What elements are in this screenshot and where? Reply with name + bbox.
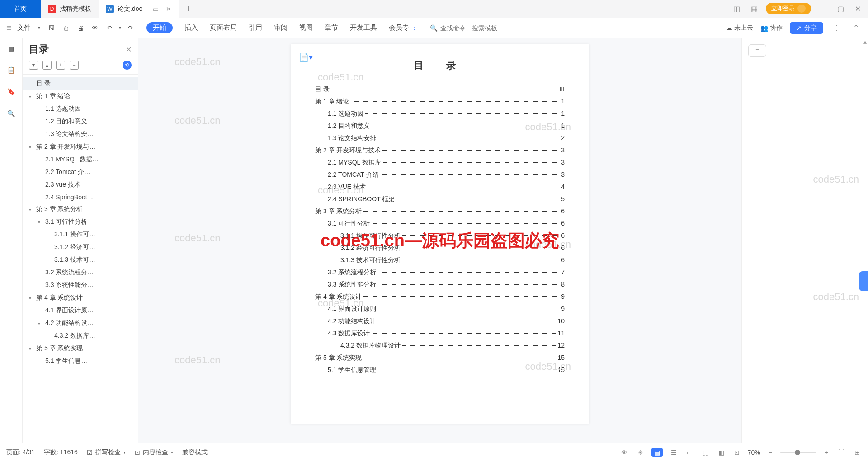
page-doc-icon[interactable]: 📄▾ — [299, 52, 313, 62]
toc-line[interactable]: 3.1.1 操作可行性分析6 — [315, 230, 565, 242]
file-menu[interactable]: 文件 — [17, 24, 31, 32]
nav-item[interactable]: 2.3 vue 技术 — [23, 179, 138, 191]
nav-item[interactable]: 4.3.2 数据库… — [23, 329, 138, 342]
status-zoom[interactable]: 70% — [748, 449, 760, 456]
ribbon-tab-5[interactable]: 视图 — [299, 24, 313, 32]
scrollbar[interactable]: ▴ — [862, 38, 868, 443]
ribbon-tab-6[interactable]: 章节 — [325, 24, 338, 32]
nav-item[interactable]: 3.1.2 经济可… — [23, 241, 138, 254]
ribbon-tab-7[interactable]: 开发工具 — [350, 24, 377, 32]
scroll-up-icon[interactable]: ▴ — [863, 38, 867, 45]
toc-line[interactable]: 1.3 论文结构安排2 — [315, 132, 565, 144]
toc-line[interactable]: 2.1 MYSQL 数据库3 — [315, 156, 565, 169]
collapse-all-icon[interactable]: ▴ — [42, 61, 52, 70]
redo-icon[interactable]: ↷ — [126, 23, 136, 33]
zoom-out-icon[interactable]: − — [767, 449, 774, 456]
zoom-fit-icon[interactable]: ⊡ — [732, 449, 741, 456]
nav-item[interactable]: ▾4.2 功能结构设… — [23, 317, 138, 329]
new-tab-button[interactable]: + — [179, 3, 197, 15]
ribbon-tab-1[interactable]: 插入 — [184, 24, 198, 32]
save-icon[interactable]: 🖫 — [47, 23, 57, 33]
maximize-icon[interactable]: ▢ — [835, 5, 847, 13]
preview-icon[interactable]: 👁 — [90, 23, 100, 33]
tab-document[interactable]: W 论文.doc ▭ ✕ — [99, 0, 179, 18]
view-page-icon[interactable]: ▤ — [651, 448, 663, 457]
close-tab-icon[interactable]: ✕ — [166, 5, 171, 13]
nav-item[interactable]: 2.2 Tomcat 介… — [23, 166, 138, 179]
apps-icon[interactable]: ▦ — [748, 5, 760, 13]
expand-all-icon[interactable]: ▾ — [29, 61, 38, 70]
share-button[interactable]: ↗分享 — [790, 22, 823, 34]
toc-line[interactable]: 第 5 章 系统实现15 — [315, 352, 565, 364]
zoom-slider[interactable] — [780, 452, 816, 453]
undo-icon[interactable]: ↶ — [104, 23, 114, 33]
toc-line[interactable]: 1.1 选题动因1 — [315, 108, 565, 120]
find-icon[interactable]: 🔍 — [6, 108, 16, 118]
spell-check-button[interactable]: ☑拼写检查▾ — [87, 448, 126, 456]
outline-icon[interactable]: ▤ — [6, 43, 16, 53]
panel-toggle-icon[interactable]: ≡ — [748, 44, 766, 57]
close-window-icon[interactable]: ✕ — [852, 5, 863, 13]
coop-button[interactable]: 👥协作 — [760, 24, 783, 32]
ribbon-tab-2[interactable]: 页面布局 — [210, 24, 237, 32]
ribbon-tab-4[interactable]: 审阅 — [274, 24, 288, 32]
toc-line[interactable]: 3.2 系统流程分析7 — [315, 266, 565, 278]
zoom-in-icon[interactable]: + — [823, 449, 830, 456]
toc-line[interactable]: 5.1 学生信息管理15 — [315, 364, 565, 376]
nav-item[interactable]: 1.3 论文结构安… — [23, 128, 138, 141]
toc-line[interactable]: 4.1 界面设计原则9 — [315, 303, 565, 315]
presentation-icon[interactable]: ▭ — [153, 5, 159, 13]
ribbon-tab-0[interactable]: 开始 — [146, 22, 173, 33]
fullscreen-icon[interactable]: ⛶ — [836, 449, 846, 456]
nav-item[interactable]: ▾3.1 可行性分析 — [23, 216, 138, 228]
toc-line[interactable]: 3.1.2 经济可行性分析6 — [315, 242, 565, 254]
clipboard-icon[interactable]: 📋 — [6, 65, 16, 75]
close-nav-icon[interactable]: ✕ — [126, 45, 132, 54]
nav-item[interactable]: 1.2 目的和意义 — [23, 115, 138, 128]
sync-icon[interactable]: ⟲ — [123, 61, 132, 70]
bookmark-icon[interactable]: 🔖 — [6, 87, 16, 97]
nav-item[interactable]: 1.1 选题动因 — [23, 103, 138, 115]
toc-line[interactable]: 第 4 章 系统设计9 — [315, 291, 565, 303]
toc-line[interactable]: 2.4 SPRINGBOOT 框架5 — [315, 193, 565, 205]
tab-template[interactable]: D 找稻壳模板 — [41, 0, 99, 18]
settings-icon[interactable]: ⊞ — [853, 449, 862, 456]
toc-line[interactable]: 4.3 数据库设计11 — [315, 327, 565, 339]
status-page[interactable]: 页面: 4/31 — [6, 448, 35, 456]
view-outline-icon[interactable]: ☰ — [669, 449, 679, 456]
toc-line[interactable]: 3.1.3 技术可行性分析6 — [315, 254, 565, 266]
cloud-button[interactable]: ☁未上云 — [726, 24, 753, 32]
nav-item[interactable]: 目 录 — [23, 77, 138, 90]
export-icon[interactable]: ⎙ — [61, 23, 71, 33]
toc-line[interactable]: 第 1 章 绪论1 — [315, 95, 565, 108]
nav-item[interactable]: 3.3 系统性能分… — [23, 279, 138, 292]
toc-line[interactable]: 3.3 系统性能分析8 — [315, 278, 565, 291]
remove-level-icon[interactable]: − — [70, 61, 79, 70]
menu-icon[interactable]: ≡ — [6, 23, 12, 33]
nav-item[interactable]: 2.4 SpringBoot … — [23, 191, 138, 203]
search-box[interactable]: 🔍 — [430, 24, 522, 32]
collapse-ribbon-icon[interactable]: ⌃ — [850, 24, 862, 32]
login-button[interactable]: 立即登录 — [766, 3, 811, 14]
nav-item[interactable]: ▾第 2 章 开发环境与… — [23, 141, 138, 153]
more-icon[interactable]: ⋮ — [830, 24, 843, 32]
view-read-icon[interactable]: ▭ — [685, 449, 694, 456]
nav-item[interactable]: 3.1.1 操作可… — [23, 228, 138, 241]
add-level-icon[interactable]: + — [56, 61, 65, 70]
nav-item[interactable]: 3.2 系统流程分… — [23, 266, 138, 279]
chevron-right-icon[interactable]: › — [414, 24, 416, 32]
nav-item[interactable]: ▾第 5 章 系统实现 — [23, 342, 138, 355]
view-web-icon[interactable]: ⬚ — [701, 449, 710, 456]
toc-line[interactable]: 2.3 VUE 技术4 — [315, 181, 565, 193]
status-words[interactable]: 字数: 11616 — [44, 448, 78, 456]
toc-line[interactable]: 第 2 章 开发环境与技术3 — [315, 144, 565, 156]
nav-item[interactable]: 3.1.3 技术可… — [23, 254, 138, 266]
nav-item[interactable]: 5.1 学生信息… — [23, 355, 138, 367]
ribbon-tab-3[interactable]: 引用 — [249, 24, 262, 32]
toc-line[interactable]: 1.2 目的和意义1 — [315, 120, 565, 132]
chevron-down-icon[interactable]: ▾ — [119, 25, 121, 30]
feedback-tab[interactable] — [859, 271, 868, 291]
layout-icon[interactable]: ◫ — [731, 5, 743, 13]
document-canvas[interactable]: code51.cn code51.cn code51.cn code51.cn … — [138, 38, 741, 443]
chevron-down-icon[interactable]: ▾ — [38, 25, 40, 30]
